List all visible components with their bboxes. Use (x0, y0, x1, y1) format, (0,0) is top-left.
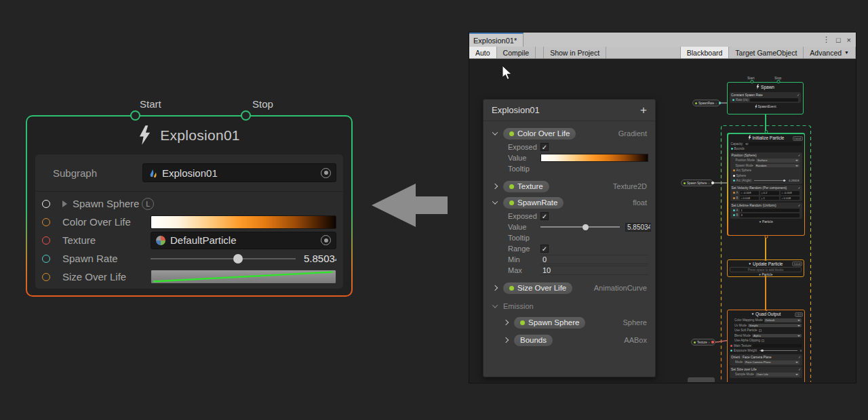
texture-object-field[interactable]: DefaultParticle (151, 232, 336, 249)
graph-canvas[interactable]: Start Stop Spawn Constant Spawn Rate✓ Ra… (469, 59, 856, 382)
object-picker-icon[interactable] (321, 168, 331, 178)
block-enabled-check[interactable]: ✓ (798, 368, 801, 371)
texture-out-port[interactable] (711, 341, 714, 343)
blackboard-header[interactable]: Explosion01 + (484, 100, 655, 121)
block-enabled-check[interactable]: ✓ (798, 356, 801, 359)
block-enabled-check[interactable]: ✓ (798, 186, 801, 190)
b-port-dot[interactable] (733, 214, 735, 216)
row-spawn-sphere[interactable]: Spawn Sphere L (35, 194, 343, 213)
property-texture[interactable]: Texture Texture2D (484, 178, 655, 194)
value-field[interactable]: 5.85034 (625, 223, 651, 232)
set-velocity-random-block[interactable]: Set Velocity Random (Per component)✓ A x… (730, 185, 802, 201)
a-x-field[interactable]: x-0.008 (740, 191, 759, 195)
port-size-over-life[interactable] (42, 273, 50, 281)
bounds-port-dot[interactable] (731, 148, 733, 150)
curve-field[interactable] (151, 270, 336, 284)
exposed-checkbox[interactable]: ✓ (540, 212, 549, 220)
explosion-subgraph-node[interactable]: Start Stop Explosion01 Subgraph Explosio… (26, 115, 353, 297)
tab-explosion01[interactable]: Explosion01* (469, 33, 524, 47)
advanced-dropdown[interactable]: Advanced▼ (804, 47, 856, 58)
block-enabled-check[interactable]: ✓ (797, 93, 800, 97)
port-texture[interactable] (42, 236, 50, 245)
slider-handle[interactable] (583, 224, 589, 230)
gradient-field[interactable] (151, 215, 336, 229)
lifetime-a-field[interactable]: 1 (740, 209, 800, 213)
start-flow-port[interactable] (130, 110, 140, 121)
chevron-right-icon[interactable] (492, 285, 498, 291)
spawn-sphere-parameter-node[interactable]: Spawn Sphere ‹ (681, 180, 713, 186)
rate-field[interactable] (750, 98, 798, 102)
orient-mode-dropdown[interactable]: Face Camera Plane (744, 360, 800, 364)
add-block-placeholder[interactable]: Press space to add blocks (730, 267, 802, 272)
sample-mode-dropdown[interactable]: Over Life (755, 373, 800, 377)
exposure-slider[interactable] (760, 350, 797, 351)
arc-sphere-port-dot[interactable] (733, 169, 735, 171)
collapse-icon[interactable]: ‹ (715, 101, 717, 105)
main-texture-port-dot[interactable] (730, 345, 732, 347)
spawn-node[interactable]: Start Stop Spawn Constant Spawn Rate✓ Ra… (727, 82, 804, 114)
uv-mode-dropdown[interactable]: Simple (748, 324, 802, 328)
range-checkbox[interactable]: ✓ (540, 245, 549, 253)
spawnrate-parameter-node[interactable]: SpawnRate ‹ (692, 100, 720, 106)
exposure-value[interactable]: 0 (800, 349, 802, 352)
chevron-down-icon[interactable] (492, 198, 498, 204)
port-spawn-rate[interactable] (42, 255, 50, 263)
a-port-dot[interactable] (733, 192, 735, 194)
blackboard-panel[interactable]: Explosion01 + Color Over Life Gradient E… (483, 99, 656, 377)
chevron-right-icon[interactable] (503, 320, 509, 325)
a-port-dot[interactable] (733, 209, 735, 211)
property-size-over-life[interactable]: Size Over Life AnimationCurve (484, 280, 655, 296)
a-y-field[interactable]: y0.2 (760, 191, 779, 195)
auto-button[interactable]: Auto (469, 47, 497, 58)
object-picker-icon[interactable] (321, 235, 331, 245)
row-spawn-rate[interactable]: Spawn Rate 5.85034 (35, 249, 343, 268)
block-enabled-check[interactable]: ✓ (798, 154, 801, 157)
float-out-port[interactable] (719, 102, 722, 104)
compile-button[interactable]: Compile (497, 47, 536, 58)
spawn-rate-slider[interactable] (151, 258, 296, 259)
port-spawn-sphere[interactable] (42, 200, 50, 208)
alpha-clipping-checkbox[interactable] (762, 339, 764, 342)
update-particle-node[interactable]: ▼ Update Particle Local Press space to a… (727, 259, 804, 277)
property-spawn-sphere[interactable]: Spawn Sphere Sphere (484, 314, 655, 331)
main-texture-field[interactable] (753, 344, 802, 348)
row-color-over-life[interactable]: Color Over Life (35, 213, 343, 231)
chevron-right-icon[interactable] (492, 184, 498, 189)
show-in-project-button[interactable]: Show in Project (544, 47, 606, 58)
category-emission[interactable]: Emission (484, 299, 655, 314)
orient-block[interactable]: Orient : Face Camera Plane✓ Mode Face Ca… (730, 354, 802, 366)
rate-port-dot[interactable] (732, 99, 734, 101)
blackboard-toggle-button[interactable]: Blackboard (681, 47, 730, 58)
close-icon[interactable]: × (847, 36, 851, 44)
property-spawnrate[interactable]: SpawnRate float (484, 194, 655, 211)
sphere-port-dot[interactable] (733, 175, 735, 177)
space-badge[interactable]: Local (792, 261, 802, 266)
expander-icon[interactable] (62, 201, 67, 207)
position-sphere-block[interactable]: Position (Sphere)✓ Position Mode Surface… (730, 152, 802, 184)
chevron-down-icon[interactable] (492, 302, 498, 308)
value-slider[interactable] (540, 226, 620, 228)
set-lifetime-random-block[interactable]: Set Lifetime Random (Uniform)✓ A 1 B 3 (730, 203, 802, 219)
collapse-icon[interactable]: ‹ (709, 340, 710, 344)
target-gameobject-button[interactable]: Target GameObject (729, 47, 804, 58)
color-mapping-dropdown[interactable]: Default (764, 318, 802, 322)
capacity-field[interactable]: 32 (744, 142, 801, 146)
block-enabled-check[interactable]: ✓ (798, 204, 801, 207)
exposed-checkbox[interactable]: ✓ (540, 143, 549, 151)
chevron-down-icon[interactable] (492, 129, 498, 135)
port-color-over-life[interactable] (42, 218, 50, 226)
set-size-over-life-block[interactable]: Set Size over Life✓ Sample Mode Over Lif… (730, 366, 802, 378)
texture-parameter-node[interactable]: Texture ‹ (691, 339, 715, 345)
arc-value[interactable]: 6.28318 (789, 179, 799, 182)
slider-handle[interactable] (233, 254, 243, 264)
row-texture[interactable]: Texture DefaultParticle (35, 231, 343, 249)
initialize-particle-node[interactable]: Initialize Particle Local Capacity 32 Bo… (727, 133, 805, 236)
a-z-field[interactable]: z-0.008 (781, 191, 800, 195)
spawn-mode-dropdown[interactable]: Random (755, 164, 800, 168)
maximize-icon[interactable]: □ (836, 36, 841, 44)
position-mode-dropdown[interactable]: Surface (756, 159, 799, 163)
constant-spawn-rate-block[interactable]: Constant Spawn Rate✓ Rate (t/s) (730, 92, 801, 104)
arc-slider[interactable] (754, 180, 786, 181)
collapse-icon[interactable]: ‹ (709, 181, 710, 185)
particle-in-port[interactable] (764, 130, 768, 133)
